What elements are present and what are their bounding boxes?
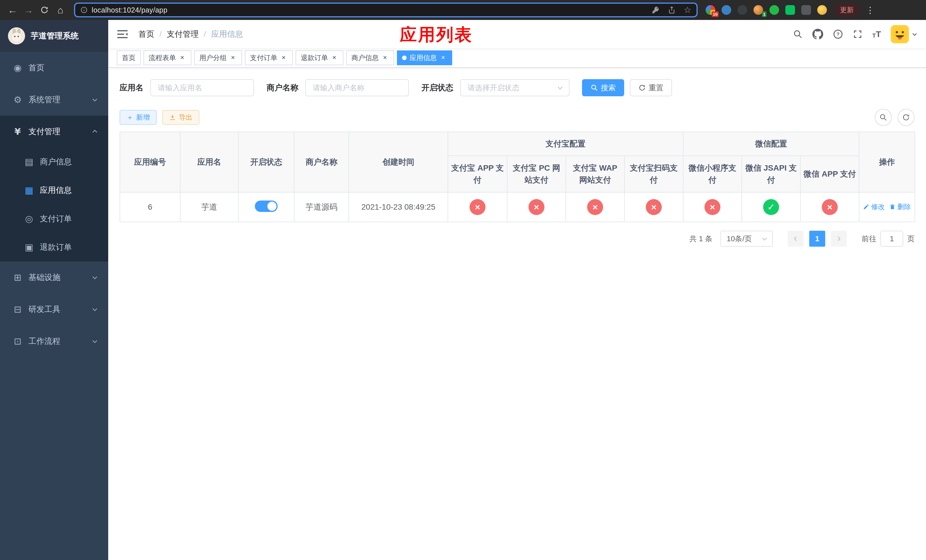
tab-process-form[interactable]: 流程表单×: [144, 50, 191, 65]
search-icon[interactable]: [793, 29, 803, 39]
bookmark-star-icon[interactable]: ☆: [684, 6, 691, 14]
goto-page-input[interactable]: [881, 231, 903, 247]
sidebar-item-infrastructure[interactable]: ⊞ 基础设施: [0, 262, 108, 294]
tab-pay-order[interactable]: 支付订单×: [245, 50, 293, 65]
disabled-status-icon: ×: [528, 199, 545, 215]
extension-icon[interactable]: [817, 5, 827, 15]
app-table: 应用编号 应用名 开启状态 商户名称 创建时间 支付宝配置 微信配置 操作 支付…: [120, 132, 915, 222]
breadcrumb-home[interactable]: 首页: [138, 29, 154, 39]
search-button[interactable]: 搜索: [582, 79, 624, 96]
breadcrumb-section[interactable]: 支付管理: [167, 29, 199, 39]
toggle-search-button[interactable]: [875, 109, 892, 126]
site-info-icon[interactable]: [80, 6, 88, 14]
sidebar-toggle-icon[interactable]: [117, 30, 129, 39]
search-icon: [590, 84, 598, 91]
close-icon[interactable]: ×: [229, 54, 237, 62]
grid-icon: ▦: [23, 185, 35, 196]
chevron-left-icon: [793, 236, 799, 242]
extension-icon[interactable]: [801, 5, 811, 15]
sidebar-item-label: 研发工具: [29, 304, 61, 315]
pagination: 共 1 条 10条/页 1 前往 页: [120, 231, 915, 247]
tab-home[interactable]: 首页: [117, 50, 141, 65]
extension-icon[interactable]: [785, 5, 795, 15]
tab-user-group[interactable]: 用户分组×: [194, 50, 242, 65]
reload-icon: [40, 6, 49, 14]
reload-button[interactable]: [36, 2, 52, 18]
extension-icon[interactable]: 10: [706, 5, 715, 15]
page-number-button[interactable]: 1: [809, 231, 825, 247]
close-icon[interactable]: ×: [381, 54, 389, 62]
extension-badge: 10: [711, 11, 719, 17]
help-icon[interactable]: ?: [833, 29, 843, 39]
chrome-update-button[interactable]: 更新: [834, 3, 860, 17]
extension-icon[interactable]: 1: [754, 5, 763, 15]
status-toggle[interactable]: [255, 201, 278, 212]
sidebar-logo[interactable]: 芋道管理系统: [0, 20, 108, 52]
page-size-select[interactable]: 10条/页: [720, 231, 773, 247]
home-button[interactable]: ⌂: [52, 2, 68, 18]
browser-menu-icon[interactable]: ⋮: [864, 5, 876, 15]
share-icon[interactable]: [668, 6, 676, 14]
extension-icon[interactable]: [722, 5, 731, 15]
browser-chrome: ← → ⌂ localhost:1024/pay/app ☆ 10 1 更新 ⋮: [0, 0, 926, 20]
col-header-wx-mini: 微信小程序支付: [683, 156, 742, 192]
delete-button[interactable]: 删除: [889, 202, 911, 211]
sidebar-item-app-info[interactable]: ▦ 应用信息: [0, 176, 108, 204]
disabled-status-icon: ×: [822, 199, 838, 215]
edit-button-label: 修改: [871, 202, 885, 211]
sidebar-item-pay-order[interactable]: ◎ 支付订单: [0, 204, 108, 233]
chevron-up-icon: [92, 129, 98, 135]
refresh-table-button[interactable]: [897, 109, 915, 126]
reset-button[interactable]: 重置: [630, 79, 672, 96]
breadcrumb-separator: /: [204, 30, 206, 39]
col-header-status: 开启状态: [238, 132, 294, 192]
tab-app-info[interactable]: 应用信息×: [397, 50, 452, 65]
server-icon: ⊞: [11, 272, 24, 283]
sidebar-item-merchant-info[interactable]: ▤ 商户信息: [0, 148, 108, 176]
add-button-label: 新增: [136, 113, 150, 122]
sidebar-item-label: 退款订单: [40, 242, 72, 253]
extension-icon[interactable]: [737, 5, 747, 15]
address-bar[interactable]: localhost:1024/pay/app ☆: [74, 3, 698, 17]
next-page-button[interactable]: [831, 231, 847, 247]
edit-button[interactable]: 修改: [863, 202, 885, 211]
total-count: 共 1 条: [689, 234, 713, 244]
extension-icon[interactable]: [769, 5, 779, 15]
sidebar-item-refund-order[interactable]: ▣ 退款订单: [0, 233, 108, 262]
chevron-down-icon: [92, 274, 98, 281]
app-name-input[interactable]: [150, 79, 254, 96]
filter-form: 应用名 商户名称 开启状态 请选择开启状态 搜索: [120, 79, 915, 96]
tab-refund-order[interactable]: 退款订单×: [295, 50, 343, 65]
password-key-icon[interactable]: [652, 6, 660, 14]
fullscreen-icon[interactable]: [853, 29, 862, 39]
sidebar-item-home[interactable]: ◉ 首页: [0, 52, 108, 84]
tags-view: 首页 流程表单× 用户分组× 支付订单× 退款订单× 商户信息× 应用信息×: [108, 48, 926, 68]
group-header-alipay: 支付宝配置: [448, 132, 683, 156]
merchant-name-input[interactable]: [305, 79, 409, 96]
sidebar-item-dev-tools[interactable]: ⊟ 研发工具: [0, 294, 108, 325]
sidebar-item-system[interactable]: ⚙ 系统管理: [0, 84, 108, 116]
prev-page-button[interactable]: [788, 231, 803, 247]
status-select[interactable]: 请选择开启状态: [460, 79, 569, 96]
sidebar-item-label: 工作流程: [29, 336, 61, 347]
status-select-placeholder: 请选择开启状态: [468, 83, 519, 93]
close-icon[interactable]: ×: [280, 54, 287, 62]
github-icon[interactable]: [813, 29, 823, 39]
chevron-down-icon: [761, 236, 768, 242]
close-icon[interactable]: ×: [330, 54, 338, 62]
tab-merchant-info[interactable]: 商户信息×: [346, 50, 394, 65]
back-button[interactable]: ←: [5, 2, 21, 18]
close-icon[interactable]: ×: [178, 54, 186, 62]
col-header-alipay-qr: 支付宝扫码支付: [625, 156, 683, 192]
chevron-down-icon: [92, 306, 98, 312]
export-button[interactable]: 导出: [162, 110, 199, 125]
font-size-icon[interactable]: TT: [872, 29, 881, 39]
forward-button[interactable]: →: [21, 2, 36, 18]
close-icon[interactable]: ×: [439, 54, 447, 62]
add-button[interactable]: ＋ 新增: [120, 110, 157, 125]
col-header-alipay-pc: 支付宝 PC 网站支付: [507, 156, 566, 192]
user-menu[interactable]: [891, 25, 917, 43]
sidebar-item-workflow[interactable]: ⊡ 工作流程: [0, 325, 108, 357]
sidebar-item-payment[interactable]: ¥ 支付管理: [0, 116, 108, 148]
cell-wx-app: ×: [800, 192, 859, 222]
